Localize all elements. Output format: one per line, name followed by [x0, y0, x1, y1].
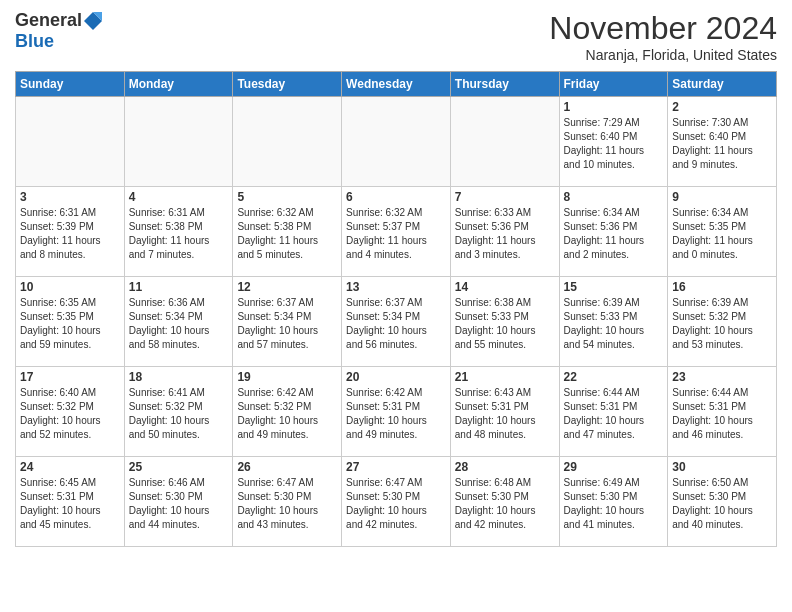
day-number: 14 [455, 280, 555, 294]
day-info: Sunrise: 6:37 AM Sunset: 5:34 PM Dayligh… [346, 296, 446, 352]
day-info: Sunrise: 6:42 AM Sunset: 5:32 PM Dayligh… [237, 386, 337, 442]
calendar-table: Sunday Monday Tuesday Wednesday Thursday… [15, 71, 777, 547]
day-info: Sunrise: 6:40 AM Sunset: 5:32 PM Dayligh… [20, 386, 120, 442]
day-number: 28 [455, 460, 555, 474]
day-info: Sunrise: 6:32 AM Sunset: 5:38 PM Dayligh… [237, 206, 337, 262]
calendar-day-cell: 16Sunrise: 6:39 AM Sunset: 5:32 PM Dayli… [668, 277, 777, 367]
calendar-day-cell: 3Sunrise: 6:31 AM Sunset: 5:39 PM Daylig… [16, 187, 125, 277]
day-number: 16 [672, 280, 772, 294]
col-thursday: Thursday [450, 72, 559, 97]
day-info: Sunrise: 6:48 AM Sunset: 5:30 PM Dayligh… [455, 476, 555, 532]
month-title: November 2024 [549, 10, 777, 47]
day-info: Sunrise: 6:39 AM Sunset: 5:33 PM Dayligh… [564, 296, 664, 352]
day-info: Sunrise: 6:34 AM Sunset: 5:35 PM Dayligh… [672, 206, 772, 262]
calendar-day-cell: 21Sunrise: 6:43 AM Sunset: 5:31 PM Dayli… [450, 367, 559, 457]
day-info: Sunrise: 6:38 AM Sunset: 5:33 PM Dayligh… [455, 296, 555, 352]
calendar-day-cell: 22Sunrise: 6:44 AM Sunset: 5:31 PM Dayli… [559, 367, 668, 457]
calendar-day-cell [124, 97, 233, 187]
day-number: 23 [672, 370, 772, 384]
day-info: Sunrise: 7:29 AM Sunset: 6:40 PM Dayligh… [564, 116, 664, 172]
calendar-day-cell: 8Sunrise: 6:34 AM Sunset: 5:36 PM Daylig… [559, 187, 668, 277]
col-tuesday: Tuesday [233, 72, 342, 97]
day-info: Sunrise: 6:43 AM Sunset: 5:31 PM Dayligh… [455, 386, 555, 442]
day-info: Sunrise: 6:41 AM Sunset: 5:32 PM Dayligh… [129, 386, 229, 442]
col-wednesday: Wednesday [342, 72, 451, 97]
day-info: Sunrise: 6:47 AM Sunset: 5:30 PM Dayligh… [237, 476, 337, 532]
calendar-day-cell: 17Sunrise: 6:40 AM Sunset: 5:32 PM Dayli… [16, 367, 125, 457]
day-info: Sunrise: 6:44 AM Sunset: 5:31 PM Dayligh… [672, 386, 772, 442]
title-section: November 2024 Naranja, Florida, United S… [549, 10, 777, 63]
day-info: Sunrise: 6:42 AM Sunset: 5:31 PM Dayligh… [346, 386, 446, 442]
calendar-week-row: 1Sunrise: 7:29 AM Sunset: 6:40 PM Daylig… [16, 97, 777, 187]
logo-blue: Blue [15, 31, 54, 52]
day-info: Sunrise: 6:31 AM Sunset: 5:39 PM Dayligh… [20, 206, 120, 262]
day-info: Sunrise: 6:33 AM Sunset: 5:36 PM Dayligh… [455, 206, 555, 262]
location: Naranja, Florida, United States [549, 47, 777, 63]
calendar-day-cell: 25Sunrise: 6:46 AM Sunset: 5:30 PM Dayli… [124, 457, 233, 547]
day-number: 15 [564, 280, 664, 294]
day-number: 22 [564, 370, 664, 384]
col-sunday: Sunday [16, 72, 125, 97]
day-number: 26 [237, 460, 337, 474]
day-number: 7 [455, 190, 555, 204]
calendar-day-cell [450, 97, 559, 187]
logo-general: General [15, 10, 82, 31]
day-number: 11 [129, 280, 229, 294]
calendar-header-row: Sunday Monday Tuesday Wednesday Thursday… [16, 72, 777, 97]
calendar-day-cell: 29Sunrise: 6:49 AM Sunset: 5:30 PM Dayli… [559, 457, 668, 547]
calendar-week-row: 17Sunrise: 6:40 AM Sunset: 5:32 PM Dayli… [16, 367, 777, 457]
day-info: Sunrise: 6:39 AM Sunset: 5:32 PM Dayligh… [672, 296, 772, 352]
day-info: Sunrise: 6:49 AM Sunset: 5:30 PM Dayligh… [564, 476, 664, 532]
calendar-day-cell [233, 97, 342, 187]
logo: General Blue [15, 10, 102, 52]
calendar-day-cell: 18Sunrise: 6:41 AM Sunset: 5:32 PM Dayli… [124, 367, 233, 457]
day-number: 21 [455, 370, 555, 384]
day-number: 8 [564, 190, 664, 204]
logo-icon [84, 12, 102, 30]
day-number: 5 [237, 190, 337, 204]
day-number: 13 [346, 280, 446, 294]
day-info: Sunrise: 6:50 AM Sunset: 5:30 PM Dayligh… [672, 476, 772, 532]
day-number: 24 [20, 460, 120, 474]
day-number: 6 [346, 190, 446, 204]
col-monday: Monday [124, 72, 233, 97]
calendar-day-cell: 13Sunrise: 6:37 AM Sunset: 5:34 PM Dayli… [342, 277, 451, 367]
calendar-day-cell: 23Sunrise: 6:44 AM Sunset: 5:31 PM Dayli… [668, 367, 777, 457]
day-info: Sunrise: 6:46 AM Sunset: 5:30 PM Dayligh… [129, 476, 229, 532]
day-info: Sunrise: 6:36 AM Sunset: 5:34 PM Dayligh… [129, 296, 229, 352]
logo-text: General [15, 10, 102, 31]
calendar-day-cell: 12Sunrise: 6:37 AM Sunset: 5:34 PM Dayli… [233, 277, 342, 367]
calendar-day-cell: 24Sunrise: 6:45 AM Sunset: 5:31 PM Dayli… [16, 457, 125, 547]
day-info: Sunrise: 6:44 AM Sunset: 5:31 PM Dayligh… [564, 386, 664, 442]
day-number: 18 [129, 370, 229, 384]
calendar-day-cell: 27Sunrise: 6:47 AM Sunset: 5:30 PM Dayli… [342, 457, 451, 547]
day-info: Sunrise: 6:47 AM Sunset: 5:30 PM Dayligh… [346, 476, 446, 532]
calendar-day-cell: 4Sunrise: 6:31 AM Sunset: 5:38 PM Daylig… [124, 187, 233, 277]
calendar-day-cell: 5Sunrise: 6:32 AM Sunset: 5:38 PM Daylig… [233, 187, 342, 277]
calendar-day-cell: 30Sunrise: 6:50 AM Sunset: 5:30 PM Dayli… [668, 457, 777, 547]
day-info: Sunrise: 6:37 AM Sunset: 5:34 PM Dayligh… [237, 296, 337, 352]
day-number: 20 [346, 370, 446, 384]
calendar-day-cell: 7Sunrise: 6:33 AM Sunset: 5:36 PM Daylig… [450, 187, 559, 277]
day-number: 29 [564, 460, 664, 474]
day-info: Sunrise: 6:45 AM Sunset: 5:31 PM Dayligh… [20, 476, 120, 532]
calendar-week-row: 10Sunrise: 6:35 AM Sunset: 5:35 PM Dayli… [16, 277, 777, 367]
day-number: 19 [237, 370, 337, 384]
calendar-day-cell: 26Sunrise: 6:47 AM Sunset: 5:30 PM Dayli… [233, 457, 342, 547]
calendar-day-cell: 28Sunrise: 6:48 AM Sunset: 5:30 PM Dayli… [450, 457, 559, 547]
day-number: 25 [129, 460, 229, 474]
calendar-day-cell: 20Sunrise: 6:42 AM Sunset: 5:31 PM Dayli… [342, 367, 451, 457]
calendar-day-cell: 2Sunrise: 7:30 AM Sunset: 6:40 PM Daylig… [668, 97, 777, 187]
day-number: 12 [237, 280, 337, 294]
day-info: Sunrise: 6:35 AM Sunset: 5:35 PM Dayligh… [20, 296, 120, 352]
calendar-day-cell: 1Sunrise: 7:29 AM Sunset: 6:40 PM Daylig… [559, 97, 668, 187]
calendar-week-row: 24Sunrise: 6:45 AM Sunset: 5:31 PM Dayli… [16, 457, 777, 547]
calendar-day-cell: 10Sunrise: 6:35 AM Sunset: 5:35 PM Dayli… [16, 277, 125, 367]
calendar-day-cell: 19Sunrise: 6:42 AM Sunset: 5:32 PM Dayli… [233, 367, 342, 457]
calendar-day-cell: 15Sunrise: 6:39 AM Sunset: 5:33 PM Dayli… [559, 277, 668, 367]
calendar-day-cell: 9Sunrise: 6:34 AM Sunset: 5:35 PM Daylig… [668, 187, 777, 277]
calendar-day-cell [16, 97, 125, 187]
day-info: Sunrise: 6:32 AM Sunset: 5:37 PM Dayligh… [346, 206, 446, 262]
day-number: 3 [20, 190, 120, 204]
calendar-week-row: 3Sunrise: 6:31 AM Sunset: 5:39 PM Daylig… [16, 187, 777, 277]
